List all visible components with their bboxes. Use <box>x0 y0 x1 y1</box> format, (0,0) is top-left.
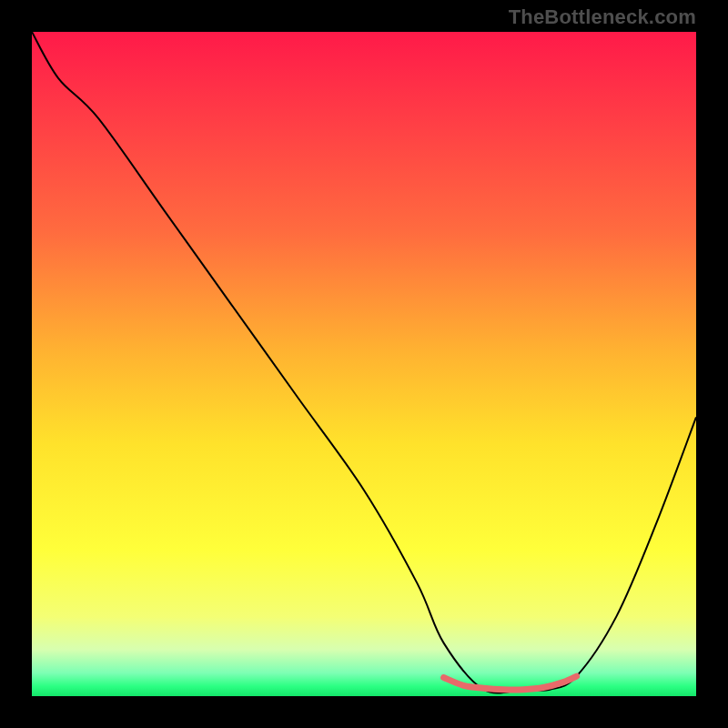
chart-frame: TheBottleneck.com <box>0 0 728 728</box>
curve-layer <box>32 32 696 696</box>
bottleneck-curve <box>32 32 696 693</box>
plot-area <box>32 32 696 696</box>
watermark-text: TheBottleneck.com <box>509 5 696 29</box>
